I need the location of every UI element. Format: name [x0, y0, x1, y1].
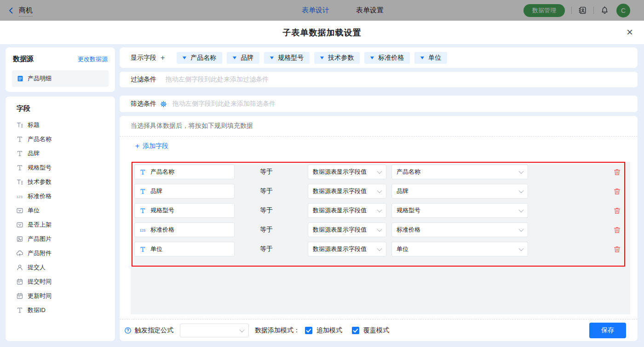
field-list-item[interactable]: 规格型号	[11, 160, 109, 175]
field-list-item[interactable]: 标题	[11, 118, 109, 132]
rule-field-label: 单位	[150, 245, 162, 253]
data-add-mode-label: 数据添加模式：	[255, 326, 300, 335]
mode-checkbox-option[interactable]: 覆盖模式	[352, 326, 389, 335]
dropdown-triangle-icon	[183, 57, 186, 59]
field-label: 数据ID	[28, 306, 46, 314]
tag-label: 单位	[428, 54, 441, 62]
field-list-item[interactable]: 产品名称	[11, 132, 109, 146]
page: 商机 表单设计 表单设置 数据管理 C 子表单数据加载设置 × 数据源	[0, 0, 644, 347]
rule-source-select[interactable]: 数据源表显示字段值	[308, 184, 386, 199]
modal-title: 子表单数据加载设置	[283, 27, 362, 38]
save-button[interactable]: 保存	[589, 323, 626, 338]
datasource-item[interactable]: 产品明细	[12, 70, 109, 87]
rule-source-value: 数据源表显示字段值	[313, 187, 367, 195]
chevron-down-icon	[377, 169, 382, 174]
field-label: 是否上架	[28, 221, 52, 229]
dropdown-triangle-icon	[270, 57, 274, 59]
delete-rule-trash-icon[interactable]	[613, 207, 621, 215]
subform-data-load-modal: 子表单数据加载设置 × 数据源 更改数据源 产品明细 字段	[0, 21, 644, 347]
add-display-field-button[interactable]: +	[161, 54, 165, 62]
field-type-icon	[16, 264, 23, 271]
rule-field-box[interactable]: 品牌	[134, 184, 235, 199]
field-list-item[interactable]: 品牌	[11, 146, 109, 160]
display-field-tag[interactable]: 单位	[414, 52, 447, 64]
delete-rule-trash-icon[interactable]	[613, 168, 621, 176]
filter-condition-label: 过滤条件	[131, 75, 156, 84]
chevron-down-icon	[518, 207, 523, 212]
display-field-tag[interactable]: 标准价格	[364, 52, 410, 64]
delete-rule-trash-icon[interactable]	[613, 188, 621, 195]
datasource-panel: 数据源 更改数据源 产品明细	[6, 47, 115, 92]
display-field-tag[interactable]: 产品名称	[177, 52, 222, 64]
rule-target-select[interactable]: 标准价格	[391, 222, 528, 237]
display-field-tag[interactable]: 品牌	[227, 52, 259, 64]
checkbox[interactable]	[305, 327, 312, 334]
tag-label: 标准价格	[378, 54, 404, 62]
plus-icon: +	[135, 142, 139, 150]
mode-checkbox-option[interactable]: 追加模式	[305, 326, 342, 335]
field-label: 品牌	[28, 149, 40, 158]
field-label: 更新时间	[28, 292, 52, 300]
field-list-item[interactable]: 单位	[11, 203, 109, 217]
help-circle-icon[interactable]	[124, 327, 132, 334]
field-list-item[interactable]: 更新时间	[11, 289, 109, 303]
field-list-item[interactable]: 产品图片	[11, 232, 109, 246]
rule-row: 单位 等于 数据源表显示字段值 单位	[134, 242, 630, 256]
gear-icon[interactable]	[160, 101, 167, 108]
close-icon[interactable]: ×	[627, 26, 633, 38]
checkbox[interactable]	[352, 327, 359, 334]
rule-source-value: 数据源表显示字段值	[313, 206, 367, 215]
change-datasource-link[interactable]: 更改数据源	[78, 55, 108, 63]
tag-label: 技术参数	[328, 54, 354, 62]
chevron-down-icon	[377, 227, 382, 232]
field-list-item[interactable]: 123 标准价格	[11, 189, 109, 203]
datasource-title: 数据源	[13, 55, 34, 63]
chevron-down-icon	[377, 207, 382, 212]
display-fields-card: 显示字段 + 产品名称 品牌	[120, 47, 638, 68]
add-field-button[interactable]: + 添加字段	[135, 142, 168, 150]
dashed-divider	[120, 136, 638, 137]
delete-rule-trash-icon[interactable]	[613, 226, 621, 234]
rule-source-value: 数据源表显示字段值	[313, 226, 367, 234]
rule-operator: 等于	[260, 226, 274, 234]
field-list-item[interactable]: 数据ID	[11, 303, 109, 317]
rule-target-select[interactable]: 品牌	[391, 184, 528, 199]
field-type-icon	[139, 246, 146, 253]
rule-field-box[interactable]: 规格型号	[134, 203, 235, 218]
rule-field-label: 产品名称	[150, 168, 174, 176]
rule-row: 规格型号 等于 数据源表显示字段值 规格型号	[134, 203, 630, 218]
svg-text:123: 123	[139, 228, 145, 232]
rule-source-select[interactable]: 数据源表显示字段值	[308, 165, 386, 179]
field-list-item[interactable]: 提交人	[11, 260, 109, 274]
formula-select[interactable]	[180, 324, 249, 337]
screen-condition-card[interactable]: 筛选条件 拖动左侧字段到此处来添加筛选条件	[120, 96, 638, 112]
filter-drop-placeholder: 拖动左侧字段到此处来添加过滤条件	[166, 75, 269, 84]
rule-field-box[interactable]: 单位	[134, 242, 235, 256]
delete-rule-trash-icon[interactable]	[613, 245, 621, 253]
field-list-item[interactable]: 是否上架	[11, 217, 109, 232]
chevron-down-icon	[518, 227, 523, 232]
rule-source-value: 数据源表显示字段值	[313, 245, 367, 253]
rule-target-select[interactable]: 规格型号	[391, 203, 528, 218]
rule-source-select[interactable]: 数据源表显示字段值	[308, 222, 386, 237]
field-list-item[interactable]: 产品附件	[11, 246, 109, 260]
rule-target-select[interactable]: 单位	[391, 242, 528, 256]
rule-source-select[interactable]: 数据源表显示字段值	[308, 242, 386, 256]
rule-field-box[interactable]: 123 标准价格	[134, 222, 235, 237]
rule-operator: 等于	[260, 245, 274, 253]
filter-condition-card[interactable]: 过滤条件 拖动左侧字段到此处来添加过滤条件	[120, 72, 638, 87]
rule-source-value: 数据源表显示字段值	[313, 168, 367, 176]
rules-footer: 触发指定公式 数据添加模式： 追加模式	[120, 319, 638, 341]
form-sheet-icon	[17, 75, 24, 82]
rule-target-select[interactable]: 产品名称	[391, 165, 528, 179]
field-label: 产品图片	[28, 235, 52, 243]
rule-source-select[interactable]: 数据源表显示字段值	[308, 203, 386, 218]
rule-field-box[interactable]: 产品名称	[134, 165, 235, 179]
display-field-tag[interactable]: 技术参数	[314, 52, 360, 64]
field-type-icon	[16, 207, 23, 214]
field-list-item[interactable]: 技术参数	[11, 175, 109, 189]
display-field-tag[interactable]: 规格型号	[264, 52, 310, 64]
display-fields-label: 显示字段	[131, 54, 156, 62]
field-list-item[interactable]: 提交时间	[11, 274, 109, 289]
field-type-icon	[16, 178, 23, 186]
